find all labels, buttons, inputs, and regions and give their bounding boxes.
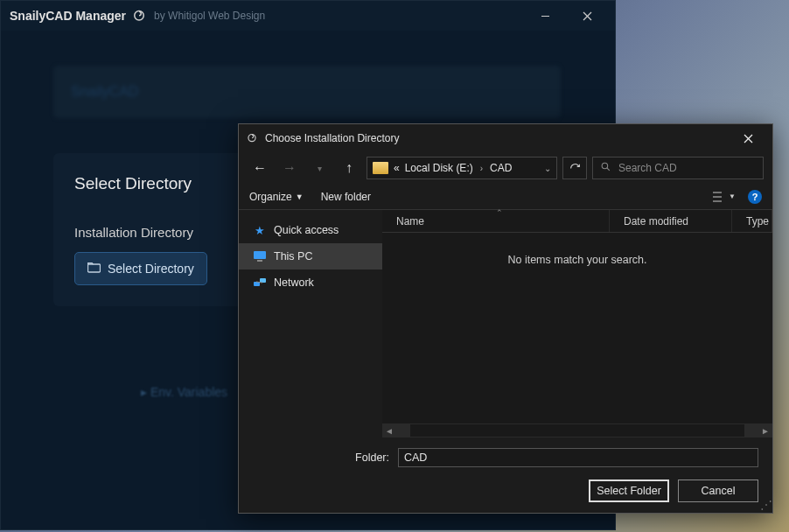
app-subtitle: by Whitigol Web Design: [154, 10, 265, 22]
svg-rect-14: [257, 260, 262, 262]
new-folder-button[interactable]: New folder: [321, 191, 371, 203]
close-button[interactable]: [568, 3, 606, 29]
scroll-right-icon[interactable]: ►: [758, 424, 772, 438]
folder-input[interactable]: [398, 448, 758, 467]
dialog-snail-icon: [246, 131, 258, 146]
tree-this-pc[interactable]: This PC: [239, 243, 382, 270]
nav-recent-dropdown[interactable]: ▾: [307, 156, 332, 180]
breadcrumb-disk[interactable]: Local Disk (E:): [405, 162, 473, 174]
tree-network[interactable]: Network: [239, 270, 382, 296]
select-directory-label: Select Directory: [108, 262, 194, 276]
column-type[interactable]: Type: [732, 210, 772, 232]
dialog-toolbar: Organize▼ New folder ▼ ?: [239, 184, 772, 210]
svg-rect-13: [254, 251, 266, 259]
scroll-track[interactable]: [410, 424, 744, 437]
address-bar[interactable]: « Local Disk (E:) › CAD ⌄: [367, 157, 557, 179]
blurred-heading: SnailyCAD: [53, 66, 561, 118]
pc-icon: [253, 249, 267, 263]
search-input[interactable]: Search CAD: [592, 157, 764, 179]
star-icon: ★: [253, 223, 267, 237]
snail-icon: [131, 7, 147, 25]
dialog-navbar: ← → ▾ ↑ « Local Disk (E:) › CAD ⌄ Search…: [239, 152, 772, 184]
app-title: SnailyCAD Manager: [10, 7, 147, 25]
svg-rect-4: [88, 264, 101, 272]
tree-quick-access[interactable]: ★ Quick access: [239, 217, 382, 243]
breadcrumb-folder[interactable]: CAD: [490, 162, 512, 174]
file-dialog: Choose Installation Directory ← → ▾ ↑ « …: [238, 123, 773, 514]
minimize-button[interactable]: [526, 3, 564, 29]
empty-state: No items match your search.: [382, 233, 772, 424]
address-dropdown-icon[interactable]: ⌄: [544, 164, 551, 173]
resize-grip[interactable]: ⋰: [760, 500, 771, 511]
dialog-titlebar: Choose Installation Directory: [239, 124, 772, 152]
chevron-down-icon: ▼: [296, 192, 304, 201]
nav-back-button[interactable]: ←: [248, 156, 272, 180]
organize-menu[interactable]: Organize▼: [249, 191, 304, 203]
chevron-right-icon[interactable]: ›: [478, 164, 485, 173]
app-titlebar: SnailyCAD Manager by Whitigol Web Design: [1, 1, 615, 31]
dialog-close-button[interactable]: [730, 126, 765, 150]
folder-label: Folder:: [253, 452, 389, 464]
column-date[interactable]: Date modified: [610, 210, 732, 232]
sort-indicator-icon: ⌃: [496, 208, 503, 217]
dialog-footer: Folder: Select Folder Cancel: [239, 438, 772, 513]
scroll-left-icon[interactable]: ◄: [382, 424, 396, 438]
folder-icon: [373, 162, 388, 174]
nav-forward-button[interactable]: →: [277, 156, 302, 180]
dialog-main: ★ Quick access This PC Network ⌃ Name Da…: [239, 210, 772, 438]
view-mode-button[interactable]: ▼: [713, 191, 736, 203]
help-button[interactable]: ?: [748, 190, 762, 204]
folder-icon: [87, 262, 101, 276]
refresh-button[interactable]: [562, 157, 587, 179]
dialog-title: Choose Installation Directory: [265, 132, 399, 144]
breadcrumb-prefix: «: [394, 162, 400, 174]
dialog-content: ⌃ Name Date modified Type No items match…: [382, 210, 772, 438]
horizontal-scrollbar[interactable]: ◄ ►: [382, 424, 772, 438]
app-title-text: SnailyCAD Manager: [10, 9, 126, 23]
select-folder-button[interactable]: Select Folder: [589, 480, 669, 502]
column-headers: ⌃ Name Date modified Type: [382, 210, 772, 233]
search-placeholder: Search CAD: [618, 162, 677, 174]
svg-point-8: [602, 163, 608, 169]
search-icon: [600, 161, 611, 175]
cancel-button[interactable]: Cancel: [678, 480, 758, 502]
select-directory-button[interactable]: Select Directory: [74, 252, 207, 285]
nav-up-button[interactable]: ↑: [337, 156, 361, 180]
dialog-sidebar: ★ Quick access This PC Network: [239, 210, 382, 438]
svg-line-9: [607, 168, 610, 171]
network-icon: [253, 276, 267, 290]
